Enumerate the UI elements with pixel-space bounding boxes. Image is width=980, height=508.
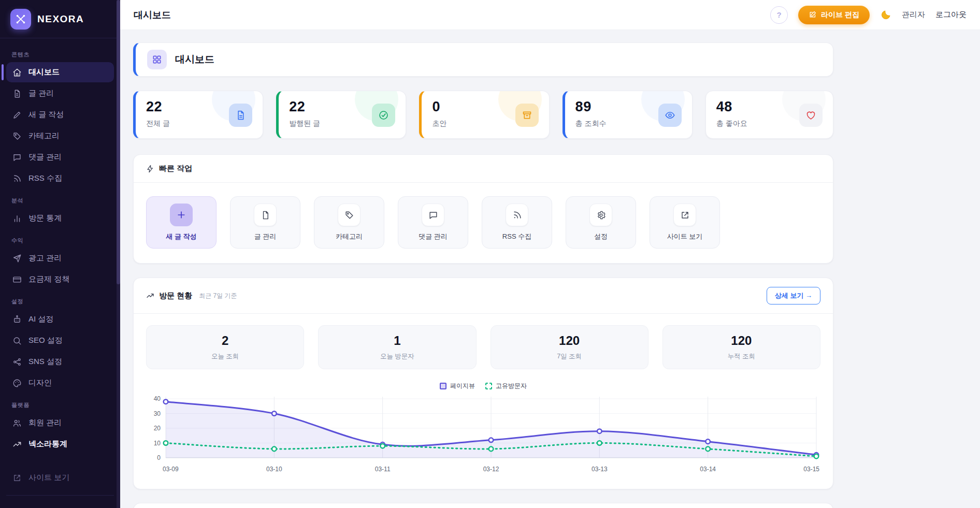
brand[interactable]: NEXORA [0,0,120,38]
quick-action-label: 설정 [594,232,608,241]
sidebar-item-label: SNS 설정 [28,357,62,367]
sidebar-item-label: 넥소라통계 [28,439,67,449]
tag-icon [12,132,22,141]
sidebar-scrollbar[interactable] [117,0,120,508]
svg-text:30: 30 [154,410,161,417]
svg-text:0: 0 [157,454,161,461]
chart-legend: 페이지뷰 고유방문자 [146,382,820,390]
topbar-title: 대시보드 [134,9,171,21]
summary-label: 오늘 조회 [211,352,239,361]
nav-section-label: 플랫폼 [11,401,109,409]
sidebar-item-view-site[interactable]: 사이트 보기 [6,468,114,488]
stat-card-total-posts[interactable]: 22 전체 글 [133,91,263,139]
svg-text:03-13: 03-13 [592,466,608,473]
svg-text:03-10: 03-10 [266,466,282,473]
sidebar-item-label: 방문 통계 [28,213,62,223]
sidebar-item-label: 카테고리 [28,131,60,141]
home-icon [12,68,22,77]
sidebar-item-comments[interactable]: 댓글 관리 [6,147,114,167]
svg-text:03-14: 03-14 [700,466,716,473]
sidebar-item-pricing[interactable]: 요금제 정책 [6,269,114,289]
summary-value: 2 [222,333,228,348]
help-button[interactable]: ? [770,6,788,24]
help-label: ? [777,10,782,19]
svg-text:10: 10 [154,440,161,447]
rss-icon [506,204,528,226]
quick-action-comments[interactable]: 댓글 관리 [398,196,468,249]
svg-text:03-11: 03-11 [375,466,391,473]
nav-section-label: 분석 [11,197,109,205]
sidebar-item-design[interactable]: 디자인 [6,373,114,393]
nav-section-label: 수익 [11,237,109,244]
rss-icon [12,174,22,183]
heart-icon [799,104,823,127]
send-icon [12,254,22,263]
sidebar-item-rss[interactable]: RSS 수집 [6,168,114,188]
quick-actions-title: 빠른 작업 [159,164,192,173]
live-edit-button[interactable]: 라이브 편집 [798,6,870,24]
quick-action-settings[interactable]: 설정 [566,196,636,249]
eye-icon [658,104,682,127]
sidebar-item-label: 디자인 [28,378,52,388]
admin-link[interactable]: 관리자 [902,10,925,20]
sidebar-item-ai-settings[interactable]: AI 설정 [6,309,114,329]
quick-action-categories[interactable]: 카테고리 [314,196,384,249]
logout-link[interactable]: 로그아웃 [935,10,967,20]
sidebar-item-label: RSS 수집 [28,173,62,183]
page-header-card: 대시보드 [133,42,833,77]
stat-card-total-views[interactable]: 89 총 조회수 [563,91,693,139]
summary-total-views: 120 누적 조회 [662,325,820,369]
quick-action-label: 댓글 관리 [419,232,448,241]
quick-action-label: 글 관리 [254,232,277,241]
summary-value: 120 [559,333,580,348]
sidebar-item-sns-settings[interactable]: SNS 설정 [6,352,114,372]
visits-detail-button[interactable]: 상세 보기 → [767,287,820,304]
stat-card-total-likes[interactable]: 48 총 좋아요 [705,91,833,139]
pencil-icon [12,110,22,120]
sidebar-item-label: 사이트 보기 [28,473,69,483]
quick-action-label: 사이트 보기 [667,232,703,241]
sidebar-item-seo-settings[interactable]: SEO 설정 [6,330,114,351]
sidebar-item-posts[interactable]: 글 관리 [6,83,114,104]
topbar: 대시보드 ? 라이브 편집 관리자 로그아웃 [120,0,980,30]
sidebar-item-visit-stats[interactable]: 방문 통계 [6,208,114,228]
sidebar-item-label: 글 관리 [28,89,54,98]
sidebar-item-nexora-stats[interactable]: 넥소라통계 [6,434,114,454]
stat-card-published[interactable]: 22 발행된 글 [276,91,406,139]
sidebar-item-ads[interactable]: 광고 관리 [6,248,114,268]
quick-action-view-site[interactable]: 사이트 보기 [650,196,720,249]
sidebar-scrollbar-thumb[interactable] [117,0,120,284]
legend-label: 고유방문자 [496,382,527,390]
visits-title: 방문 현황 [159,291,192,301]
sidebar: NEXORA 콘텐츠 대시보드 글 관리 새 글 작성 카테고리 댓글 관리 R… [0,0,120,508]
visits-chart: 01020304003-0903-1003-1103-1203-1303-140… [146,391,822,478]
quick-action-label: RSS 수집 [502,232,531,241]
sidebar-item-label: AI 설정 [28,314,53,324]
summary-value: 120 [731,333,752,348]
sidebar-item-dashboard[interactable]: 대시보드 [6,62,114,82]
quick-action-rss[interactable]: RSS 수집 [482,196,552,249]
sidebar-item-new-post[interactable]: 새 글 작성 [6,105,114,125]
gear-icon [589,204,612,226]
file-text-icon [254,204,277,226]
share-icon [12,357,22,367]
sidebar-divider [6,495,114,496]
visits-body: 2 오늘 조회 1 오늘 방문자 120 7일 조회 120 누적 조회 [134,314,833,489]
quick-actions-body: 새 글 작성 글 관리 카테고리 댓글 관리 RSS 수집 [134,183,833,263]
svg-text:03-12: 03-12 [483,466,499,473]
sidebar-item-categories[interactable]: 카테고리 [6,126,114,146]
svg-text:03-15: 03-15 [803,466,819,473]
quick-action-new-post[interactable]: 새 글 작성 [146,196,217,249]
sidebar-item-members[interactable]: 회원 관리 [6,413,114,433]
stat-card-drafts[interactable]: 0 초안 [419,91,549,139]
nexora-logo-icon [10,9,31,30]
trending-up-icon [12,440,22,449]
quick-action-posts[interactable]: 글 관리 [230,196,300,249]
check-circle-icon [372,104,395,127]
palette-icon [12,379,22,388]
topbar-actions: ? 라이브 편집 관리자 로그아웃 [770,6,967,24]
visits-summary-row: 2 오늘 조회 1 오늘 방문자 120 7일 조회 120 누적 조회 [146,325,820,369]
nav-section-label: 설정 [11,298,109,306]
quick-action-label: 새 글 작성 [166,232,196,241]
theme-toggle-moon-icon[interactable] [880,9,891,21]
